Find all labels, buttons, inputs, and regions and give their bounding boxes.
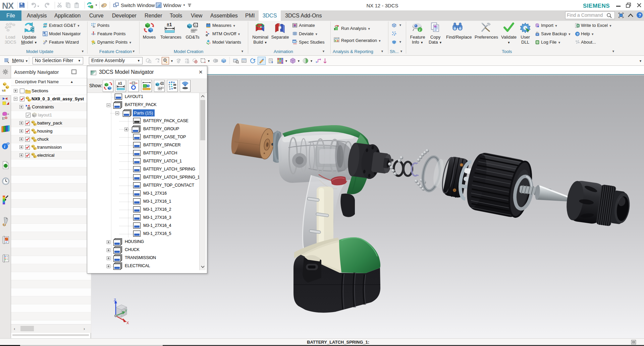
svg-text:?: ? xyxy=(577,32,579,36)
svg-text:A: A xyxy=(195,23,197,27)
svg-text:X: X xyxy=(126,321,129,325)
svg-text:A: A xyxy=(161,82,163,85)
svg-text:i: i xyxy=(4,144,5,149)
svg-text:±1: ±1 xyxy=(167,22,172,27)
svg-text:±1: ±1 xyxy=(118,81,122,85)
svg-text:?: ? xyxy=(639,13,641,18)
svg-text:Y: Y xyxy=(125,309,127,313)
svg-text:Z: Z xyxy=(114,298,116,302)
